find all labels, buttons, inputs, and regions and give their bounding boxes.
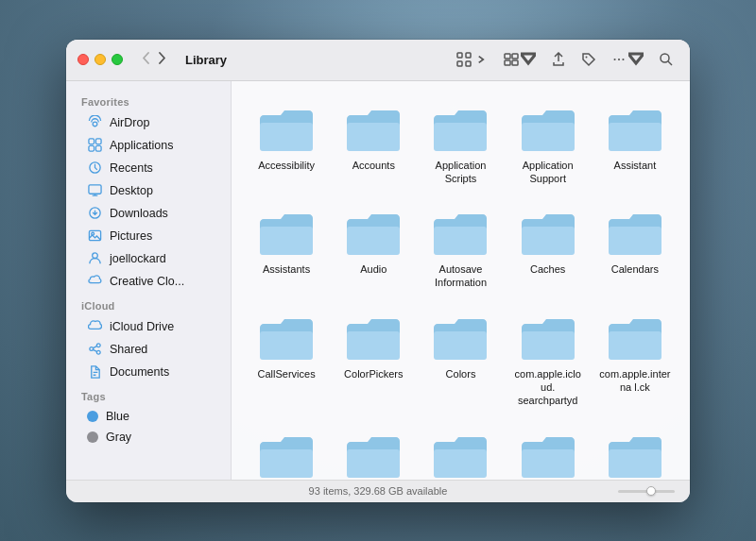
svg-rect-41 — [609, 331, 662, 360]
file-label-colorpickers: ColorPickers — [344, 367, 403, 380]
sidebar-item-applications[interactable]: Applications — [72, 134, 225, 157]
folder-icon-folder17 — [343, 431, 404, 480]
svg-point-8 — [586, 57, 588, 59]
folder-icon-autosave-information — [430, 208, 490, 259]
file-item-accounts[interactable]: Accounts — [334, 96, 413, 194]
recents-icon — [87, 161, 102, 176]
svg-point-23 — [92, 253, 97, 259]
sidebar-item-desktop[interactable]: Desktop — [72, 179, 225, 202]
svg-rect-31 — [609, 123, 662, 151]
tags-section-label: Tags — [66, 383, 231, 406]
svg-rect-39 — [434, 331, 487, 360]
folder-icon-accounts — [343, 104, 404, 155]
file-item-callservices[interactable]: CallServices — [247, 305, 326, 415]
file-item-autosave-information[interactable]: Autosave Information — [421, 200, 500, 297]
svg-point-12 — [661, 54, 669, 62]
sidebar-item-icloud-drive[interactable]: iCloud Drive — [72, 315, 225, 338]
file-item-folder17[interactable] — [334, 423, 413, 480]
sidebar-item-downloads[interactable]: Downloads — [72, 202, 225, 225]
svg-rect-46 — [609, 449, 662, 478]
close-button[interactable] — [77, 54, 89, 65]
folder-icon-application-scripts — [430, 104, 490, 155]
file-label-com-apple-icloud: com.apple.icloud. searchpartyd — [512, 367, 584, 408]
folder-icon-folder18 — [430, 431, 490, 480]
sidebar-item-gray-tag[interactable]: Gray — [72, 427, 225, 448]
file-item-caches[interactable]: Caches — [508, 200, 588, 297]
file-item-application-scripts[interactable]: Application Scripts — [421, 96, 500, 194]
file-label-callservices: CallServices — [258, 367, 316, 380]
sidebar-item-creative-cloud[interactable]: Creative Clo... — [72, 270, 225, 293]
sidebar-item-documents[interactable]: Documents — [72, 361, 225, 383]
share-button[interactable] — [546, 49, 571, 70]
folder-icon-audio — [343, 208, 404, 259]
sidebar-item-user[interactable]: joellockard — [72, 247, 225, 270]
downloads-icon — [87, 206, 102, 221]
zoom-slider-thumb — [646, 486, 656, 496]
favorites-section-label: Favorites — [66, 89, 231, 111]
sidebar: Favorites AirDrop — [66, 81, 232, 480]
svg-point-11 — [622, 59, 624, 60]
maximize-button[interactable] — [112, 54, 123, 65]
file-item-assistants[interactable]: Assistants — [247, 200, 326, 297]
status-bar: 93 items, 329.68 GB available — [66, 480, 690, 502]
applications-icon — [87, 138, 102, 153]
search-button[interactable] — [654, 49, 679, 70]
file-item-calendars[interactable]: Calendars — [595, 200, 675, 297]
file-item-colors[interactable]: Colors — [421, 305, 500, 415]
svg-rect-42 — [260, 449, 313, 478]
file-item-com-apple-internal[interactable]: com.apple.interna l.ck — [595, 305, 675, 415]
folder-icon-com-apple-internal — [605, 313, 665, 363]
folder-icon-folder19 — [518, 431, 578, 480]
file-item-folder16[interactable] — [247, 423, 326, 480]
file-item-folder20[interactable] — [595, 423, 675, 480]
file-item-folder18[interactable] — [421, 423, 500, 480]
zoom-slider-track[interactable] — [618, 490, 675, 493]
svg-rect-2 — [457, 61, 462, 66]
svg-rect-16 — [88, 145, 94, 151]
svg-point-26 — [96, 350, 100, 354]
svg-rect-44 — [434, 449, 487, 478]
file-item-folder19[interactable] — [508, 423, 588, 480]
svg-rect-4 — [505, 54, 510, 59]
sidebar-item-blue-tag[interactable]: Blue — [72, 406, 225, 427]
sidebar-item-airdrop[interactable]: AirDrop — [72, 111, 225, 134]
svg-rect-29 — [434, 123, 487, 151]
view-icon-button[interactable] — [452, 49, 493, 70]
desktop-icon — [87, 183, 102, 198]
svg-rect-37 — [260, 331, 313, 360]
sidebar-item-shared[interactable]: Shared — [72, 338, 225, 361]
sidebar-item-gray-tag-label: Gray — [106, 431, 131, 444]
svg-rect-33 — [347, 227, 400, 255]
file-item-audio[interactable]: Audio — [334, 200, 413, 297]
file-item-com-apple-icloud[interactable]: com.apple.icloud. searchpartyd — [508, 305, 588, 415]
file-area: Accessibility Accounts Application Scrip… — [232, 81, 690, 480]
file-label-autosave-information: Autosave Information — [424, 262, 496, 290]
file-item-colorpickers[interactable]: ColorPickers — [334, 305, 413, 415]
sidebar-item-recents[interactable]: Recents — [72, 157, 225, 179]
file-label-com-apple-internal: com.apple.interna l.ck — [599, 367, 671, 395]
file-label-application-scripts: Application Scripts — [424, 159, 496, 186]
file-item-application-support[interactable]: Application Support — [508, 96, 588, 194]
svg-rect-32 — [260, 227, 313, 255]
back-button[interactable] — [138, 50, 153, 69]
sidebar-item-user-label: joellockard — [110, 252, 166, 265]
forward-button[interactable] — [155, 50, 170, 69]
file-label-caches: Caches — [530, 262, 565, 276]
status-text: 93 items, 329.68 GB available — [309, 485, 448, 497]
svg-rect-19 — [88, 185, 100, 194]
folder-icon-colors — [430, 313, 490, 363]
file-item-assistant[interactable]: Assistant — [595, 96, 675, 194]
folder-icon-colorpickers — [343, 313, 404, 363]
file-item-accessibility[interactable]: Accessibility — [247, 96, 326, 194]
minimize-button[interactable] — [94, 54, 106, 65]
more-options-button[interactable] — [607, 49, 648, 70]
svg-rect-7 — [512, 60, 518, 65]
sidebar-item-pictures[interactable]: Pictures — [72, 225, 225, 247]
zoom-slider-area[interactable] — [618, 490, 675, 493]
folder-icon-folder16 — [256, 431, 317, 480]
view-dropdown-button[interactable] — [499, 49, 541, 70]
content-area: Favorites AirDrop — [66, 81, 690, 480]
icloud-section-label: iCloud — [66, 293, 231, 315]
tag-button[interactable] — [576, 49, 601, 70]
svg-rect-6 — [505, 60, 510, 65]
